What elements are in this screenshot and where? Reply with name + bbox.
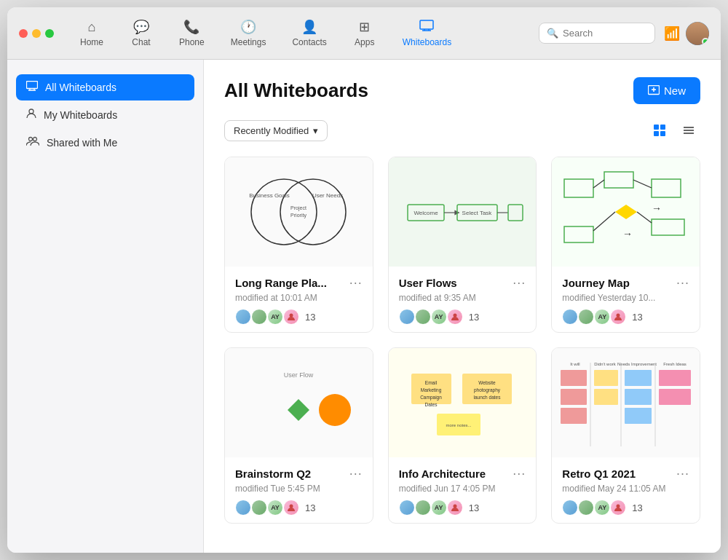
search-input[interactable] xyxy=(563,28,647,39)
whiteboard-card-6[interactable]: It will Didn't work Needs Improvement Fr… xyxy=(551,347,700,524)
card-participants-1: AY 13 xyxy=(235,309,363,325)
participant-count-6: 13 xyxy=(632,502,642,513)
card-modified-4: modified Tue 5:45 PM xyxy=(235,484,363,494)
sort-label: Recently Modified xyxy=(234,125,309,136)
svg-line-43 xyxy=(633,180,652,188)
avatar-2d xyxy=(447,309,463,325)
svg-point-22 xyxy=(280,179,346,245)
tab-contacts[interactable]: 👤 Contacts xyxy=(280,15,338,52)
svg-point-27 xyxy=(290,314,293,318)
tab-meetings[interactable]: 🕐 Meetings xyxy=(219,15,278,52)
svg-point-35 xyxy=(453,314,456,318)
card-modified-6: modified May 24 11:05 AM xyxy=(562,484,689,494)
new-button-label: New xyxy=(664,84,686,97)
card-info-6: Retro Q1 2021 ··· modified May 24 11:05 … xyxy=(552,457,700,523)
main-layout: All Whiteboards My Whiteboards Shared wi… xyxy=(7,60,721,553)
svg-text:Welcome: Welcome xyxy=(414,210,438,216)
more-options-6[interactable]: ··· xyxy=(676,466,689,481)
card-preview-2: Welcome Select Task xyxy=(389,157,537,267)
tab-phone[interactable]: 📞 Phone xyxy=(167,15,216,52)
svg-rect-15 xyxy=(660,125,665,130)
tab-whiteboards[interactable]: Whiteboards xyxy=(391,15,463,52)
card-preview-3: → → xyxy=(552,157,700,267)
svg-line-42 xyxy=(593,180,604,188)
contacts-icon: 👤 xyxy=(301,19,317,35)
svg-text:It will: It will xyxy=(570,362,579,366)
phone-icon: 📞 xyxy=(183,19,199,35)
tab-meetings-label: Meetings xyxy=(231,37,266,47)
avatar-3c: AY xyxy=(594,309,610,325)
svg-rect-37 xyxy=(604,172,633,188)
traffic-lights xyxy=(19,29,54,38)
card-modified-5: modified Jun 17 4:05 PM xyxy=(399,484,526,494)
tab-apps[interactable]: ⊞ Apps xyxy=(341,15,388,52)
avatar-1a xyxy=(235,309,251,325)
whiteboard-card-5[interactable]: Email Marketing Campaign Dates Website p… xyxy=(388,347,537,524)
svg-point-10 xyxy=(33,138,37,141)
more-options-4[interactable]: ··· xyxy=(349,466,363,481)
card-participants-4: AY 13 xyxy=(235,500,363,516)
sidebar-item-all-label: All Whiteboards xyxy=(45,82,116,93)
tab-phone-label: Phone xyxy=(179,37,205,47)
grid-view-button[interactable] xyxy=(648,119,671,142)
svg-rect-75 xyxy=(594,370,618,386)
tab-chat[interactable]: 💬 Chat xyxy=(118,15,165,52)
participant-count-4: 13 xyxy=(305,502,315,513)
app-window: ⌂ Home 💬 Chat 📞 Phone 🕐 Meetings 👤 Conta… xyxy=(7,7,721,553)
people-icon xyxy=(26,136,39,149)
search-box[interactable]: 🔍 xyxy=(539,23,655,44)
avatar-1c: AY xyxy=(267,309,283,325)
whiteboards-icon xyxy=(419,20,434,35)
whiteboard-all-icon xyxy=(26,81,38,94)
more-options-5[interactable]: ··· xyxy=(513,466,526,481)
svg-text:Email: Email xyxy=(425,380,438,385)
svg-point-64 xyxy=(453,505,456,508)
svg-rect-74 xyxy=(561,408,587,424)
sidebar-item-all-whiteboards[interactable]: All Whiteboards xyxy=(16,74,194,100)
chat-icon: 💬 xyxy=(133,19,149,35)
card-info-1: Long Range Pla... ··· modified at 10:01 … xyxy=(225,267,373,332)
apps-icon: ⊞ xyxy=(359,19,370,35)
avatar-3a xyxy=(562,309,578,325)
svg-point-82 xyxy=(617,505,620,508)
svg-text:Didn't work: Didn't work xyxy=(594,362,616,366)
minimize-button[interactable] xyxy=(32,29,41,38)
titlebar: ⌂ Home 💬 Chat 📞 Phone 🕐 Meetings 👤 Conta… xyxy=(7,7,721,60)
avatar[interactable] xyxy=(686,22,709,45)
nav-tabs: ⌂ Home 💬 Chat 📞 Phone 🕐 Meetings 👤 Conta… xyxy=(68,15,539,52)
svg-text:Campaign: Campaign xyxy=(420,395,442,401)
avatar-1d xyxy=(283,309,299,325)
svg-text:Business Goals: Business Goals xyxy=(250,192,290,199)
wifi-icon: 📶 xyxy=(664,25,680,42)
avatar-1b xyxy=(251,309,267,325)
search-icon: 🔍 xyxy=(547,28,558,39)
svg-text:Website: Website xyxy=(478,380,496,385)
sidebar-item-shared-with-me[interactable]: Shared with Me xyxy=(16,130,194,156)
card-title-5: Info Architecture xyxy=(399,468,486,480)
sidebar-item-my-whiteboards[interactable]: My Whiteboards xyxy=(16,102,194,128)
svg-marker-41 xyxy=(615,205,637,219)
card-title-1: Long Range Pla... xyxy=(235,277,327,289)
tab-home[interactable]: ⌂ Home xyxy=(68,15,115,52)
whiteboard-card-1[interactable]: Business Goals User Needs Project Priori… xyxy=(224,157,373,333)
sort-dropdown[interactable]: Recently Modified ▾ xyxy=(224,120,328,141)
whiteboard-card-3[interactable]: → → Journey Map ··· modified Yesterday 1… xyxy=(551,157,700,333)
card-info-5: Info Architecture ··· modified Jun 17 4:… xyxy=(389,457,537,523)
more-options-1[interactable]: ··· xyxy=(349,275,363,291)
tab-chat-label: Chat xyxy=(132,37,150,47)
avatar-5a xyxy=(399,500,415,516)
svg-text:Project: Project xyxy=(290,205,306,211)
svg-rect-0 xyxy=(420,20,433,29)
list-view-button[interactable] xyxy=(677,119,700,142)
more-options-3[interactable]: ··· xyxy=(676,275,689,291)
new-whiteboard-button[interactable]: New xyxy=(633,77,700,104)
maximize-button[interactable] xyxy=(45,29,54,38)
card-participants-5: AY 13 xyxy=(399,500,526,516)
whiteboard-card-2[interactable]: Welcome Select Task User Flows ··· xyxy=(388,157,537,333)
svg-point-48 xyxy=(617,314,620,318)
card-participants-3: AY 13 xyxy=(562,309,689,325)
more-options-2[interactable]: ··· xyxy=(513,275,526,291)
whiteboard-card-4[interactable]: User Flow Brainstorm Q2 ··· modified Tu xyxy=(224,347,373,524)
avatar-5d xyxy=(447,500,463,516)
close-button[interactable] xyxy=(19,29,28,38)
